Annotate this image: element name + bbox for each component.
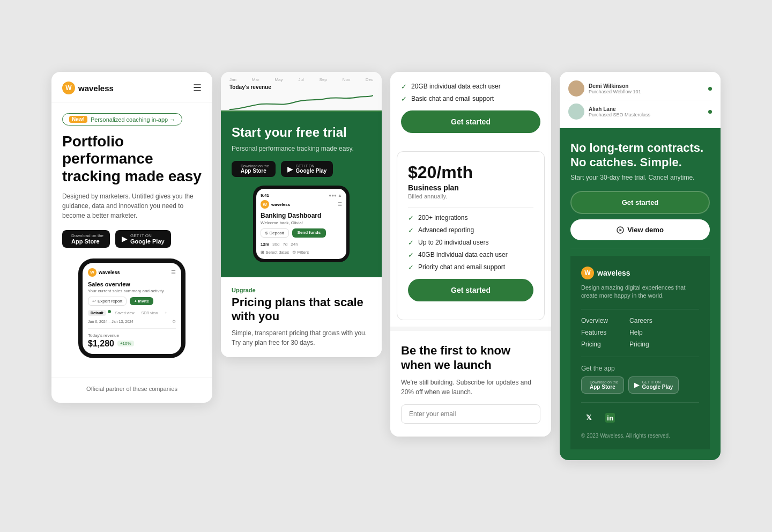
phone-mockup: W waveless ☰ Sales overview Your current… — [78, 258, 185, 358]
main-sub: Start your 30-day free trial. Cancel any… — [570, 174, 710, 181]
play-circle-icon — [617, 226, 624, 234]
check-icon-b5: ✓ — [408, 263, 414, 271]
main-title: No long-term contracts. No catches. Simp… — [570, 141, 710, 169]
notif-dot-2 — [708, 110, 712, 114]
chart-label-dec: Dec — [366, 77, 373, 82]
feature-text-2: Basic chat and email support — [411, 95, 494, 102]
get-it-on-label: GET IT ON — [130, 233, 165, 238]
plan-name: Business plan — [408, 183, 533, 192]
basic-plan-section: ✓ 20GB individual data each user ✓ Basic… — [390, 72, 551, 151]
new-badge: New! Personalized coaching in-app → — [62, 113, 182, 125]
view-demo-button[interactable]: View demo — [570, 219, 710, 240]
footer-link-pricing-1[interactable]: Pricing — [581, 341, 608, 348]
phone-logo-icon: W — [88, 268, 96, 277]
logo-icon: W — [62, 82, 75, 94]
tab-sdr-view[interactable]: SDR view — [139, 310, 161, 316]
biz-feature-text-1: 200+ integrations — [418, 214, 467, 221]
tab-add[interactable]: + — [162, 310, 169, 316]
hamburger-icon[interactable]: ☰ — [193, 82, 202, 94]
footer-link-pricing-2[interactable]: Pricing — [629, 341, 652, 348]
footer-divider-3 — [581, 402, 699, 403]
filters[interactable]: ⚙ Filters — [292, 250, 309, 255]
green-card-store-buttons: Download on the App Store ▶ GET IT ON Go… — [232, 161, 371, 177]
get-started-button-2[interactable]: Get started — [408, 279, 533, 301]
notifications-section: Demi Wilkinson Purchased Webflow 101 Ali… — [560, 72, 721, 128]
screen4-green-section: No long-term contracts. No catches. Simp… — [560, 128, 721, 460]
export-report-button[interactable]: ↩ Export report — [88, 297, 127, 306]
pricing-title: Pricing plans that scale with you — [232, 295, 371, 324]
notif-1-action: Purchased Webflow 101 — [589, 89, 641, 94]
notif-2-text: Aliah Lane Purchased SEO Masterclass — [589, 106, 650, 117]
footer-link-careers[interactable]: Careers — [629, 317, 652, 324]
get-app-label: Get the app — [581, 365, 699, 372]
tab-default[interactable]: Default — [88, 310, 106, 316]
copyright: © 2023 Waveless. All rights reserved. — [581, 433, 699, 439]
banking-logo-text: waveless — [271, 202, 290, 207]
chart-value-label: Today's revenue — [229, 84, 373, 90]
get-it-on-label: GET IT ON — [296, 164, 327, 168]
biz-feature-1: ✓ 200+ integrations — [408, 214, 533, 222]
phone-menu-icon: ☰ — [171, 269, 176, 275]
avatar-aliah — [568, 104, 584, 120]
filter-icon[interactable]: ⚙ — [172, 319, 176, 324]
footer-link-features[interactable]: Features — [581, 329, 608, 336]
divider — [88, 328, 176, 329]
footer-link-help[interactable]: Help — [629, 329, 652, 336]
linkedin-icon[interactable] — [603, 410, 618, 425]
time-tab-30d[interactable]: 30d — [272, 242, 279, 247]
select-dates[interactable]: ⊞ Select dates — [261, 250, 289, 255]
export-icon: ↩ — [92, 299, 96, 304]
biz-feature-5: ✓ Priority chat and email support — [408, 263, 533, 271]
feature-item-2: ✓ Basic chat and email support — [401, 95, 540, 103]
time-tab-12m[interactable]: 12m — [261, 242, 269, 247]
chart-label-jul: Jul — [298, 77, 303, 82]
twitter-x-icon[interactable]: 𝕏 — [581, 410, 596, 425]
notif-1-text: Demi Wilkinson Purchased Webflow 101 — [589, 83, 641, 94]
footer-app-store-button[interactable]: Download on the App Store — [581, 376, 624, 394]
google-play-label: Google Play — [130, 238, 165, 245]
badge-text: Personalized coaching in-app → — [91, 116, 175, 123]
check-icon-1: ✓ — [401, 83, 407, 91]
banking-subtitle: Welcome back, Olivia! — [261, 220, 342, 225]
get-started-button-1[interactable]: Get started — [401, 110, 540, 133]
banking-menu: ☰ — [338, 202, 342, 207]
biz-feature-text-4: 40GB individual data each user — [418, 251, 508, 258]
chart-label-mar: Mar — [252, 77, 259, 82]
footer-google-play-button[interactable]: ▶ GET IT ON Google Play — [628, 376, 679, 394]
green-card-title: Start your free trial — [232, 125, 371, 141]
get-started-button[interactable]: Get started — [570, 191, 710, 214]
tab-saved-view[interactable]: Saved view — [113, 310, 137, 316]
chart-label-may: May — [274, 77, 283, 82]
footer-col-1: Overview Features Pricing — [581, 317, 608, 348]
invite-button[interactable]: + Invite — [130, 297, 153, 305]
revenue-value: $1,280 — [88, 339, 114, 349]
banking-action-btns: $ Deposit Send funds — [261, 228, 342, 238]
biz-feature-3: ✓ Up to 20 individual users — [408, 239, 533, 247]
play-icon-footer: ▶ — [634, 381, 640, 389]
phone-in-green: 9:41 ●●● ▲ W waveless ☰ Banking Dashboar… — [232, 177, 371, 262]
send-funds-button[interactable]: Send funds — [292, 228, 326, 238]
time-tab-24h[interactable]: 24h — [291, 242, 298, 247]
email-input[interactable] — [401, 404, 540, 424]
app-store-button[interactable]: Download on the App Store — [62, 230, 110, 248]
biz-feature-2: ✓ Advanced reporting — [408, 226, 533, 234]
green-card-subtitle: Personal performance tracking made easy. — [232, 145, 371, 152]
banking-title: Banking Dashboard — [261, 212, 342, 219]
footer-link-overview[interactable]: Overview — [581, 317, 608, 324]
green-google-play-button[interactable]: ▶ GET IT ON Google Play — [281, 161, 333, 177]
phone-action-row: ↩ Export report + Invite — [88, 297, 176, 306]
google-play-button[interactable]: ▶ GET IT ON Google Play — [115, 230, 171, 248]
banking-logo-icon: W — [261, 200, 269, 209]
green-app-store-button[interactable]: Download on the App Store — [232, 161, 276, 177]
time-tab-7d[interactable]: 7d — [283, 242, 287, 247]
chart-area: Jan Mar May Jul Sep Nov Dec Today's reve… — [221, 72, 382, 112]
notif-1-name: Demi Wilkinson — [589, 83, 628, 89]
deposit-button[interactable]: $ Deposit — [261, 228, 289, 238]
phone-status-bar: 9:41 ●●● ▲ — [261, 193, 342, 198]
business-features-list: ✓ 200+ integrations ✓ Advanced reporting… — [408, 214, 533, 271]
notification-2: Aliah Lane Purchased SEO Masterclass — [568, 100, 712, 123]
footer-logo-icon: W — [581, 267, 594, 279]
deposit-label: Deposit — [269, 231, 284, 235]
download-on-footer: Download on the — [590, 380, 618, 384]
check-icon-b1: ✓ — [408, 214, 414, 222]
